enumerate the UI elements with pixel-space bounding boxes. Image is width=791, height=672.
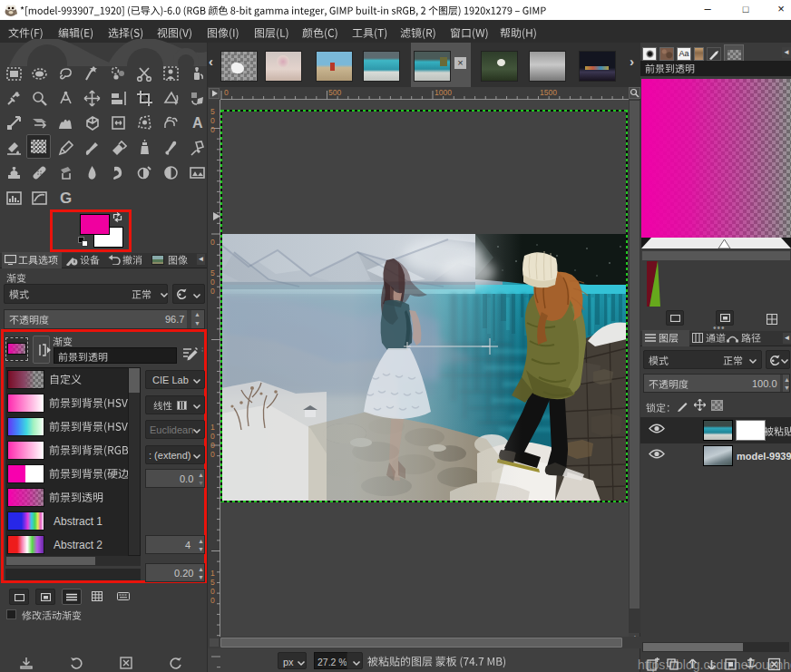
- svg-text:A: A: [192, 115, 203, 131]
- svg-text:1500: 1500: [540, 88, 557, 97]
- svg-text:1000: 1000: [435, 88, 452, 97]
- svg-text:0: 0: [224, 88, 229, 97]
- svg-text:500: 500: [328, 88, 341, 97]
- svg-text:G: G: [60, 190, 72, 207]
